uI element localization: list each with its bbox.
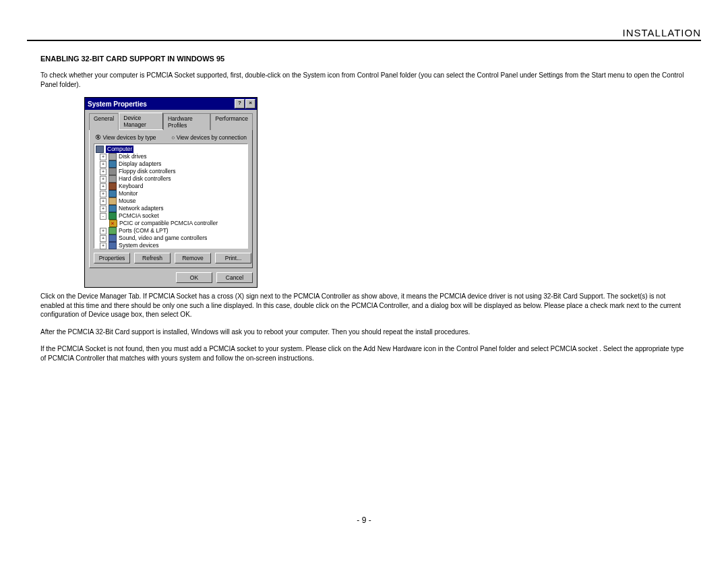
tab-strip: General Device Manager Hardware Profiles… [85,110,257,129]
radio-view-by-connection[interactable]: View devices by connection [171,134,247,141]
page-number: - 9 - [0,516,728,525]
disk-icon [109,153,117,160]
tree-label: Sound, video and game controllers [119,235,207,242]
dialog-buttons: OK Cancel [85,272,257,287]
close-button[interactable]: × [245,99,255,108]
tab-device-manager[interactable]: Device Manager [119,113,163,129]
expand-icon[interactable]: + [100,198,107,205]
pcmcia-error-icon [109,220,117,227]
tree-disk[interactable]: +Disk drives [96,153,246,160]
tree-ports[interactable]: +Ports (COM & LPT) [96,227,246,235]
tab-body: View devices by type View devices by con… [89,129,253,268]
help-button[interactable]: ? [235,99,245,108]
computer-icon [96,146,104,153]
tab-general[interactable]: General [89,113,119,130]
hdd-icon [109,175,117,183]
action-buttons: Properties Refresh Remove Print... [94,253,248,263]
tab-performance[interactable]: Performance [210,113,253,130]
refresh-button[interactable]: Refresh [134,253,171,263]
floppy-icon [109,168,117,175]
sound-icon [109,235,117,242]
section-heading: ENABLING 32-BIT CARD SUPPORT IN WINDOWS … [40,55,701,63]
tree-label: Monitor [119,190,138,197]
monitor-icon [109,190,117,197]
tree-floppy[interactable]: +Floppy disk controllers [96,168,246,175]
print-button[interactable]: Print... [215,253,251,263]
window-title: System Properties [88,100,234,108]
expand-icon[interactable]: + [100,235,107,242]
tree-label: System devices [119,242,159,249]
ok-button[interactable]: OK [176,272,212,283]
tree-computer[interactable]: Computer [96,146,246,153]
paragraph-reboot: After the PCMCIA 32-Bit Card support is … [40,327,688,337]
radio-view-by-type[interactable]: View devices by type [95,134,156,141]
tree-label: Hard disk controllers [119,175,171,183]
tree-label: Keyboard [119,183,143,190]
view-mode-radios: View devices by type View devices by con… [94,134,248,141]
pcmcia-icon [109,212,117,220]
ports-icon [109,227,117,235]
page-header: INSTALLATION [27,27,701,40]
tree-net[interactable]: +Network adapters [96,205,246,212]
tree-sound[interactable]: +Sound, video and game controllers [96,235,246,242]
expand-icon[interactable]: + [100,183,107,190]
system-properties-window: System Properties ? × General Device Man… [84,97,257,288]
tree-label: Network adapters [119,205,164,212]
tree-label: Floppy disk controllers [119,168,176,175]
tree-label: Computer [106,146,133,153]
keyboard-icon [109,183,117,190]
paragraph-intro: To check whether your computer is PCMCIA… [40,71,688,89]
collapse-icon[interactable]: - [100,213,107,220]
expand-icon[interactable]: + [100,243,107,249]
tree-label: PCMCIA socket [119,212,159,220]
system-icon [109,242,117,249]
tree-label: PCIC or compatible PCMCIA controller [119,220,218,227]
tree-label: Disk drives [119,153,147,160]
network-icon [109,205,117,212]
expand-icon[interactable]: + [100,154,107,160]
mouse-icon [109,197,117,205]
header-rule [27,40,701,41]
remove-button[interactable]: Remove [175,253,211,263]
tree-pcmcia[interactable]: -PCMCIA socket [96,212,246,220]
tree-monitor[interactable]: +Monitor [96,190,246,197]
tree-hdd[interactable]: +Hard disk controllers [96,175,246,183]
tree-label: Ports (COM & LPT) [119,227,169,235]
tree-system[interactable]: +System devices [96,242,246,249]
tab-hardware-profiles[interactable]: Hardware Profiles [163,113,210,130]
paragraph-addhw: If the PCMCIA Socket is not found, then … [40,344,688,363]
expand-icon[interactable]: + [100,168,107,175]
tree-keyboard[interactable]: +Keyboard [96,183,246,190]
cancel-button[interactable]: Cancel [216,272,253,283]
tree-pcmcia-controller[interactable]: PCIC or compatible PCMCIA controller [96,220,246,227]
expand-icon[interactable]: + [100,176,107,183]
expand-icon[interactable]: + [100,228,107,235]
expand-icon[interactable]: + [100,206,107,212]
device-tree[interactable]: Computer +Disk drives +Display adapters … [94,144,248,249]
display-icon [109,160,117,168]
tree-mouse[interactable]: +Mouse [96,197,246,205]
titlebar: System Properties ? × [85,98,257,110]
paragraph-devmgr: Click on the Device Manager Tab. If PCMC… [40,292,688,319]
expand-icon[interactable]: + [100,161,107,168]
tree-label: Display adapters [119,160,161,168]
tree-display[interactable]: +Display adapters [96,160,246,168]
properties-button[interactable]: Properties [94,253,130,263]
expand-icon[interactable]: + [100,191,107,197]
tree-label: Mouse [119,197,136,205]
